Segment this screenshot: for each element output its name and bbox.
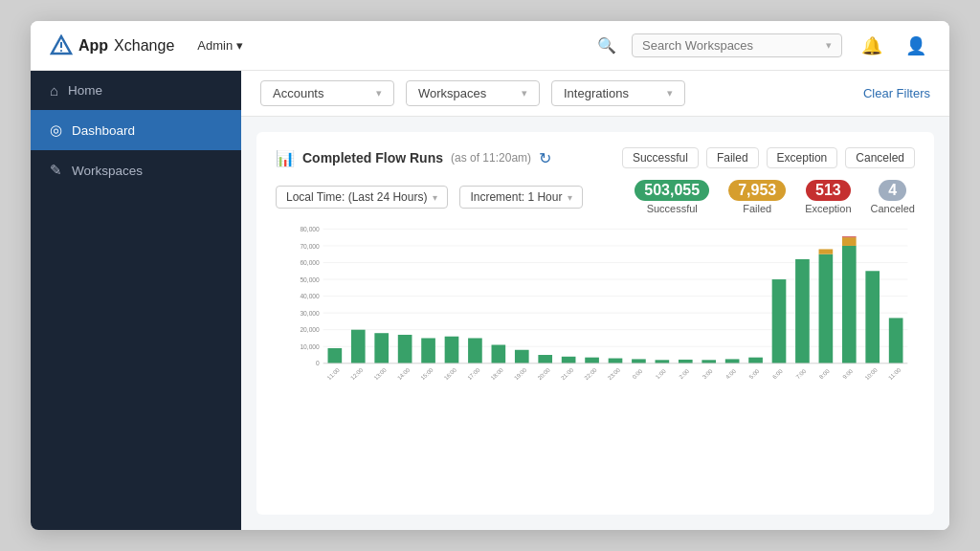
main-layout: ⌂ Home ◎ Dashboard ✎ Workspaces Accounts… bbox=[31, 71, 949, 530]
filter-bar: Accounts ▾ Workspaces ▾ Integrations ▾ C… bbox=[241, 71, 949, 117]
svg-text:4:00: 4:00 bbox=[724, 368, 737, 381]
svg-text:50,000: 50,000 bbox=[300, 276, 320, 283]
svg-text:3:00: 3:00 bbox=[702, 368, 714, 381]
sidebar-item-home[interactable]: ⌂ Home bbox=[31, 71, 241, 110]
sidebar-item-dashboard-label: Dashboard bbox=[72, 123, 135, 138]
stat-failed: 7,953 Failed bbox=[728, 180, 786, 214]
chart-title: Completed Flow Runs bbox=[302, 150, 443, 165]
stat-canceled: 4 Canceled bbox=[871, 180, 915, 214]
stat-failed-value: 7,953 bbox=[728, 180, 786, 201]
chart-header: 📊 Completed Flow Runs (as of 11:20am) ↻ … bbox=[276, 147, 915, 168]
admin-menu[interactable]: Admin ▾ bbox=[197, 38, 243, 53]
refresh-icon[interactable]: ↻ bbox=[539, 149, 551, 167]
chart-panel: 📊 Completed Flow Runs (as of 11:20am) ↻ … bbox=[256, 132, 934, 515]
svg-text:18:00: 18:00 bbox=[490, 366, 505, 381]
legend-canceled-button[interactable]: Canceled bbox=[845, 147, 915, 168]
sidebar-item-dashboard[interactable]: ◎ Dashboard bbox=[31, 110, 241, 150]
stat-failed-label: Failed bbox=[743, 203, 771, 214]
svg-text:0: 0 bbox=[316, 361, 320, 367]
svg-text:60,000: 60,000 bbox=[300, 259, 320, 266]
svg-text:70,000: 70,000 bbox=[300, 243, 320, 250]
app-window: App Xchange Admin ▾ 🔍 ▾ 🔔 👤 ⌂ Home ◎ Das… bbox=[31, 21, 949, 530]
logo-app-text: App bbox=[78, 37, 108, 55]
svg-text:14:00: 14:00 bbox=[396, 366, 412, 381]
integrations-chevron-icon: ▾ bbox=[667, 87, 673, 99]
svg-rect-33 bbox=[609, 359, 623, 364]
svg-rect-37 bbox=[702, 360, 716, 364]
increment-chevron-icon: ▾ bbox=[568, 192, 572, 203]
svg-text:23:00: 23:00 bbox=[607, 366, 622, 381]
svg-rect-35 bbox=[656, 360, 670, 364]
svg-text:0:00: 0:00 bbox=[632, 368, 644, 381]
svg-text:13:00: 13:00 bbox=[373, 366, 389, 381]
time-filter-chevron-icon: ▾ bbox=[433, 192, 437, 203]
svg-rect-26 bbox=[445, 337, 459, 364]
header: App Xchange Admin ▾ 🔍 ▾ 🔔 👤 bbox=[31, 21, 949, 71]
time-filter[interactable]: Local Time: (Last 24 Hours) ▾ bbox=[276, 186, 448, 209]
stat-successful-label: Successful bbox=[647, 203, 698, 214]
content-area: Accounts ▾ Workspaces ▾ Integrations ▾ C… bbox=[241, 71, 949, 530]
svg-rect-46 bbox=[842, 236, 857, 237]
home-icon: ⌂ bbox=[50, 82, 58, 99]
svg-text:20,000: 20,000 bbox=[300, 327, 320, 334]
svg-text:20:00: 20:00 bbox=[537, 366, 552, 381]
svg-point-2 bbox=[60, 50, 62, 52]
bar-chart-icon: 📊 bbox=[276, 149, 295, 167]
stat-exception-value: 513 bbox=[806, 180, 851, 201]
stats-row: Local Time: (Last 24 Hours) ▾ Increment:… bbox=[276, 180, 915, 214]
bar-chart-svg: 80,00070,00060,00050,00040,00030,00020,0… bbox=[276, 224, 915, 396]
svg-rect-47 bbox=[865, 271, 880, 364]
workspaces-filter[interactable]: Workspaces ▾ bbox=[406, 80, 540, 106]
workspaces-filter-label: Workspaces bbox=[418, 86, 514, 100]
stat-exception-label: Exception bbox=[805, 203, 851, 214]
user-icon[interactable]: 👤 bbox=[902, 32, 930, 60]
accounts-filter[interactable]: Accounts ▾ bbox=[260, 80, 394, 106]
search-chevron-icon: ▾ bbox=[826, 39, 832, 52]
svg-rect-27 bbox=[468, 338, 482, 363]
sidebar-item-workspaces[interactable]: ✎ Workspaces bbox=[31, 150, 241, 190]
admin-chevron-icon: ▾ bbox=[236, 38, 243, 53]
integrations-filter-label: Integrations bbox=[564, 86, 659, 100]
sidebar-item-workspaces-label: Workspaces bbox=[72, 164, 143, 178]
notifications-bell-icon[interactable]: 🔔 bbox=[858, 32, 886, 60]
clear-filters-button[interactable]: Clear Filters bbox=[863, 86, 930, 100]
svg-rect-29 bbox=[515, 350, 529, 364]
svg-text:10,000: 10,000 bbox=[300, 343, 320, 350]
svg-text:40,000: 40,000 bbox=[300, 293, 320, 299]
svg-rect-40 bbox=[772, 279, 787, 364]
legend-successful-button[interactable]: Successful bbox=[622, 147, 699, 168]
logo-xchange-text: Xchange bbox=[114, 37, 174, 55]
legend-failed-button[interactable]: Failed bbox=[706, 147, 759, 168]
svg-rect-43 bbox=[819, 249, 834, 253]
increment-filter[interactable]: Increment: 1 Hour ▾ bbox=[459, 186, 583, 209]
logo: App Xchange bbox=[50, 34, 174, 57]
svg-text:2:00: 2:00 bbox=[678, 368, 690, 381]
svg-rect-34 bbox=[632, 359, 646, 363]
stat-exception: 513 Exception bbox=[805, 180, 851, 214]
chart-legend: Successful Failed Exception Canceled bbox=[622, 147, 915, 168]
svg-text:11:00: 11:00 bbox=[326, 366, 342, 381]
svg-rect-41 bbox=[795, 259, 810, 364]
svg-rect-23 bbox=[374, 333, 389, 364]
sidebar: ⌂ Home ◎ Dashboard ✎ Workspaces bbox=[31, 71, 241, 530]
svg-text:11:00: 11:00 bbox=[887, 366, 902, 381]
svg-rect-22 bbox=[351, 330, 366, 364]
svg-text:1:00: 1:00 bbox=[655, 368, 667, 381]
svg-rect-48 bbox=[889, 318, 903, 363]
admin-label: Admin bbox=[197, 38, 233, 53]
svg-rect-45 bbox=[842, 237, 857, 246]
stat-successful: 503,055 Successful bbox=[635, 180, 709, 214]
stat-canceled-label: Canceled bbox=[871, 203, 915, 214]
workspace-search[interactable]: ▾ bbox=[632, 33, 842, 57]
svg-rect-30 bbox=[538, 355, 552, 364]
svg-text:21:00: 21:00 bbox=[560, 366, 575, 381]
integrations-filter[interactable]: Integrations ▾ bbox=[551, 80, 685, 106]
legend-exception-button[interactable]: Exception bbox=[767, 147, 838, 168]
accounts-chevron-icon: ▾ bbox=[376, 87, 382, 99]
search-icon[interactable]: 🔍 bbox=[597, 36, 616, 55]
svg-text:30,000: 30,000 bbox=[300, 310, 320, 317]
svg-rect-21 bbox=[328, 348, 343, 364]
svg-text:22:00: 22:00 bbox=[583, 366, 598, 381]
stat-badges: 503,055 Successful 7,953 Failed 513 Exce… bbox=[635, 180, 915, 214]
search-input[interactable] bbox=[642, 38, 786, 53]
